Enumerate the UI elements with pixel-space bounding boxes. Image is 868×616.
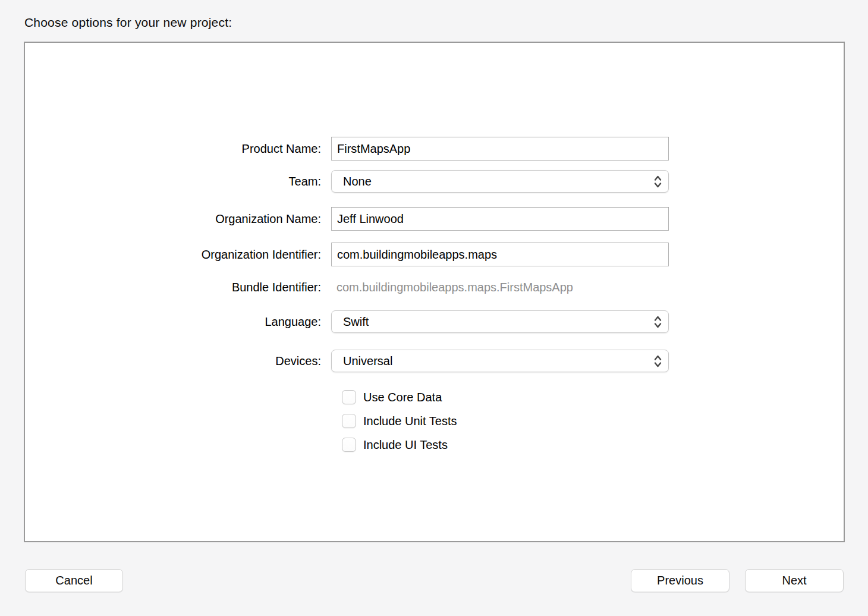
organization-name-label: Organization Name: (25, 212, 331, 226)
language-row: Language: Swift (25, 310, 844, 333)
devices-popup[interactable]: Universal (331, 350, 669, 372)
devices-label: Devices: (25, 354, 331, 368)
options-checkbox-group: Use Core Data Include Unit Tests Include… (342, 390, 844, 452)
team-row: Team: None (25, 170, 844, 193)
language-popup-value: Swift (343, 315, 369, 329)
team-label: Team: (25, 175, 331, 188)
use-core-data-label: Use Core Data (363, 391, 442, 404)
team-popup[interactable]: None (331, 170, 669, 193)
product-name-label: Product Name: (25, 142, 331, 156)
options-panel: Product Name: Team: None Organization Na… (24, 42, 845, 542)
language-popup[interactable]: Swift (331, 310, 669, 333)
project-options-form: Product Name: Team: None Organization Na… (25, 43, 844, 452)
product-name-input[interactable] (331, 137, 669, 161)
organization-identifier-label: Organization Identifier: (25, 248, 331, 262)
include-unit-tests-checkbox[interactable] (342, 414, 356, 428)
organization-identifier-row: Organization Identifier: (25, 243, 844, 266)
page-title: Choose options for your new project: (24, 15, 232, 30)
include-unit-tests-label: Include Unit Tests (363, 414, 457, 428)
use-core-data-checkbox[interactable] (342, 390, 356, 404)
include-ui-tests-label: Include UI Tests (363, 438, 448, 452)
use-core-data-row: Use Core Data (342, 390, 844, 404)
up-down-chevrons-icon (653, 353, 662, 369)
language-label: Language: (25, 315, 331, 329)
team-popup-value: None (343, 175, 372, 188)
bundle-identifier-value: com.buildingmobileapps.maps.FirstMapsApp (331, 281, 573, 294)
organization-name-row: Organization Name: (25, 207, 844, 231)
organization-identifier-input[interactable] (331, 243, 669, 266)
cancel-button[interactable]: Cancel (25, 569, 123, 592)
previous-button[interactable]: Previous (631, 569, 729, 592)
devices-row: Devices: Universal (25, 350, 844, 372)
include-ui-tests-checkbox[interactable] (342, 438, 356, 452)
next-button[interactable]: Next (745, 569, 844, 592)
organization-name-input[interactable] (331, 207, 669, 231)
bundle-identifier-row: Bundle Identifier: com.buildingmobileapp… (25, 279, 844, 296)
bundle-identifier-label: Bundle Identifier: (25, 281, 331, 294)
up-down-chevrons-icon (653, 174, 662, 190)
product-name-row: Product Name: (25, 137, 844, 161)
devices-popup-value: Universal (343, 354, 392, 368)
include-unit-tests-row: Include Unit Tests (342, 414, 844, 428)
up-down-chevrons-icon (653, 314, 662, 330)
include-ui-tests-row: Include UI Tests (342, 438, 844, 452)
